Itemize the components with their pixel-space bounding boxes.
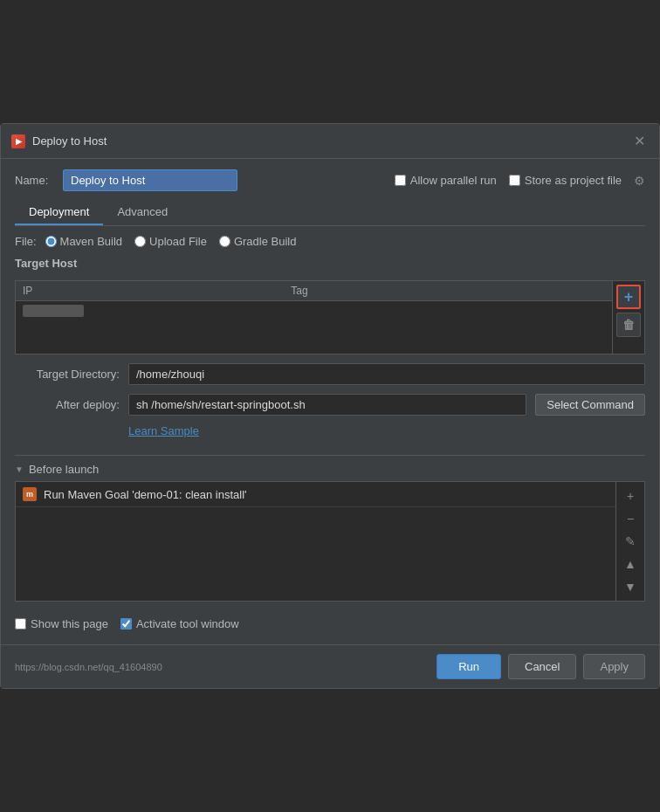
maven-icon: m	[23, 487, 37, 501]
run-button[interactable]: Run	[437, 654, 501, 679]
show-page-group: Show this page	[15, 617, 108, 630]
before-launch-title: Before launch	[29, 463, 99, 476]
allow-parallel-label: Allow parallel run	[410, 174, 497, 187]
radio-gradle-label: Gradle Build	[234, 235, 297, 248]
radio-upload-label: Upload File	[149, 235, 207, 248]
footer-buttons: Run Cancel Apply	[437, 654, 645, 679]
edit-launch-button[interactable]: ✎	[620, 531, 641, 552]
minus-launch-button[interactable]: −	[620, 508, 641, 529]
title-bar: ▶ Deploy to Host ✕	[1, 124, 659, 159]
collapse-icon: ▼	[15, 464, 24, 474]
name-row-right: Allow parallel run Store as project file…	[395, 174, 645, 188]
before-launch-list: m Run Maven Goal 'demo-01: clean install…	[15, 481, 645, 602]
delete-host-button[interactable]: 🗑	[616, 313, 641, 337]
tab-deployment[interactable]: Deployment	[15, 200, 103, 225]
target-host-section: Target Host IP Tag	[15, 257, 645, 354]
col-ip-header: IP	[16, 285, 284, 297]
target-host-title: Target Host	[15, 257, 645, 270]
up-launch-button[interactable]: ▲	[620, 554, 641, 575]
show-page-label: Show this page	[31, 617, 108, 630]
gear-button[interactable]: ⚙	[634, 174, 645, 188]
allow-parallel-checkbox[interactable]	[395, 175, 406, 186]
store-project-label: Store as project file	[525, 174, 622, 187]
before-launch-section: ▼ Before launch m Run Maven Goal 'demo-0…	[15, 455, 645, 602]
bottom-options: Show this page Activate tool window	[15, 610, 645, 634]
name-input[interactable]	[63, 169, 237, 191]
launch-item[interactable]: m Run Maven Goal 'demo-01: clean install…	[16, 482, 615, 507]
store-project-checkbox[interactable]	[509, 175, 520, 186]
radio-maven-label: Maven Build	[60, 235, 123, 248]
before-launch-header: ▼ Before launch	[15, 463, 645, 476]
col-tag-header: Tag	[284, 285, 612, 297]
name-label: Name:	[15, 174, 54, 187]
name-row: Name: Allow parallel run Store as projec…	[15, 169, 645, 191]
after-deploy-label: After deploy:	[15, 398, 120, 411]
target-directory-label: Target Directory:	[15, 368, 120, 381]
dialog-body: Name: Allow parallel run Store as projec…	[1, 159, 659, 644]
cell-ip	[16, 305, 284, 320]
title-bar-left: ▶ Deploy to Host	[11, 134, 107, 148]
target-directory-row: Target Directory:	[15, 363, 645, 385]
allow-parallel-group: Allow parallel run	[395, 174, 497, 187]
close-button[interactable]: ✕	[630, 131, 649, 151]
radio-gradle-input[interactable]	[219, 236, 230, 247]
radio-maven-input[interactable]	[45, 236, 57, 247]
store-project-group: Store as project file	[509, 174, 622, 187]
radio-upload: Upload File	[134, 235, 207, 248]
apply-button[interactable]: Apply	[583, 654, 645, 679]
activate-window-checkbox[interactable]	[120, 618, 132, 630]
learn-sample-link[interactable]: Learn Sample	[128, 424, 645, 437]
launch-items: m Run Maven Goal 'demo-01: clean install…	[16, 482, 615, 601]
radio-maven: Maven Build	[45, 235, 123, 248]
table-actions: + 🗑	[612, 281, 644, 354]
add-host-button[interactable]: +	[616, 285, 641, 309]
tabs-row: Deployment Advanced	[15, 200, 645, 226]
target-directory-input[interactable]	[128, 363, 645, 385]
tab-advanced[interactable]: Advanced	[103, 200, 182, 225]
select-command-button[interactable]: Select Command	[535, 394, 645, 416]
app-icon: ▶	[11, 134, 25, 148]
launch-item-text: Run Maven Goal 'demo-01: clean install'	[44, 488, 247, 501]
target-host-box: IP Tag + 🗑	[15, 280, 645, 354]
deploy-to-host-dialog: ▶ Deploy to Host ✕ Name: Allow parallel …	[0, 123, 660, 689]
cancel-button[interactable]: Cancel	[508, 654, 576, 679]
cell-tag	[284, 305, 612, 320]
file-radio-group: Maven Build Upload File Gradle Build	[45, 235, 297, 248]
dialog-title: Deploy to Host	[32, 134, 107, 148]
ip-blur	[23, 305, 84, 317]
dialog-footer: https://blog.csdn.net/qq_41604890 Run Ca…	[1, 644, 659, 688]
after-deploy-input[interactable]	[128, 394, 526, 416]
file-label: File:	[15, 235, 37, 248]
radio-gradle: Gradle Build	[219, 235, 297, 248]
down-launch-button[interactable]: ▼	[620, 576, 641, 597]
file-row: File: Maven Build Upload File Gradle Bui…	[15, 235, 645, 248]
activate-window-label: Activate tool window	[136, 617, 239, 630]
launch-actions: + − ✎ ▲ ▼	[615, 482, 644, 601]
add-launch-button[interactable]: +	[620, 485, 641, 506]
radio-upload-input[interactable]	[134, 236, 146, 247]
target-table: IP Tag	[16, 281, 612, 354]
show-page-checkbox[interactable]	[15, 618, 26, 630]
table-header: IP Tag	[16, 281, 612, 301]
footer-url: https://blog.csdn.net/qq_41604890	[15, 662, 162, 672]
activate-window-group: Activate tool window	[120, 617, 239, 630]
table-body	[16, 301, 612, 354]
table-row[interactable]	[16, 301, 612, 323]
after-deploy-row: After deploy: Select Command	[15, 394, 645, 416]
